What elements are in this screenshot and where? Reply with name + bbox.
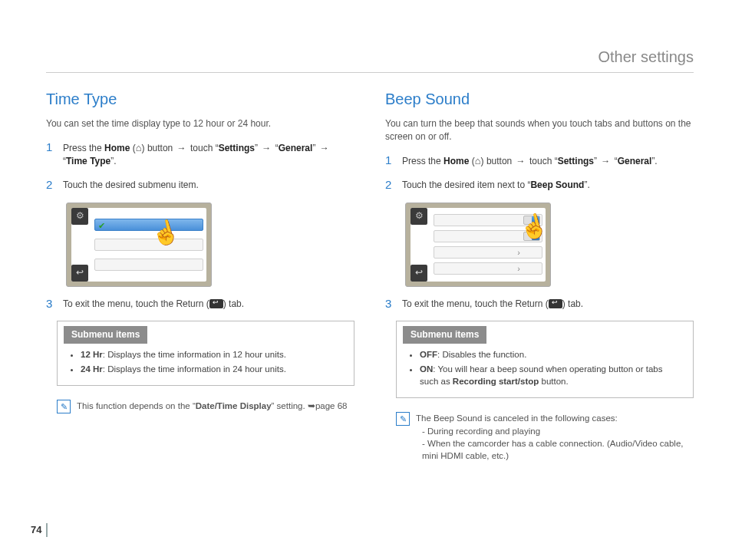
bold-settings: Settings	[558, 156, 594, 166]
bold-home: Home	[104, 143, 130, 153]
home-icon	[136, 143, 142, 153]
menu-row	[94, 239, 203, 251]
step-number: 3	[385, 298, 394, 311]
section-title-beep-sound: Beep Sound	[385, 88, 694, 110]
submenu-item-on: ON: You will hear a beep sound when oper…	[420, 363, 682, 387]
text: ) tab.	[562, 298, 583, 309]
text: ”.	[584, 180, 589, 190]
menu-row: ›	[434, 262, 542, 275]
step-number: 1	[385, 154, 394, 168]
illustration-beep-sound: › › ⚙ ↩ ☝	[405, 203, 551, 287]
toggle-on	[523, 216, 540, 225]
submenu-item-12hr: 12 Hr: Displays the time information in …	[81, 348, 343, 361]
home-icon	[475, 156, 481, 166]
bold-settings: Settings	[219, 143, 255, 153]
note-body: The Beep Sound is canceled in the follow…	[416, 412, 694, 461]
text: The Beep Sound is canceled in the follow…	[416, 412, 694, 424]
screen-return-tab: ↩	[411, 265, 427, 282]
step-body: To exit the menu, touch the Return () ta…	[63, 298, 354, 311]
submenu-item-off: OFF: Disables the function.	[420, 348, 682, 361]
note-icon: ✎	[57, 400, 71, 413]
menu-row	[434, 214, 542, 226]
screen-rows: › ›	[411, 208, 546, 282]
arrow-icon	[260, 143, 272, 153]
text: touch “	[188, 143, 219, 153]
bold: ON	[420, 364, 433, 374]
step-body: Touch the desired submenu item.	[63, 179, 354, 192]
menu-row: ›	[434, 246, 542, 259]
intro-time-type: You can set the time display type to 12 …	[46, 117, 354, 130]
screen-gear-tab: ⚙	[71, 208, 88, 225]
page-header: Other settings	[46, 46, 694, 73]
menu-row	[94, 259, 203, 271]
gear-icon: ⚙	[76, 209, 84, 222]
return-icon	[209, 299, 223, 308]
step-body: Touch the desired item next to “Beep Sou…	[402, 179, 694, 192]
step-body: Press the Home () button touch “Settings…	[63, 141, 354, 168]
return-icon: ↩	[415, 266, 423, 279]
step-1-beep: 1 Press the Home () button touch “Settin…	[385, 154, 694, 168]
step-3-beep: 3 To exit the menu, touch the Return () …	[385, 298, 694, 311]
note-time-type: ✎ This function depends on the “Date/Tim…	[57, 400, 354, 413]
text: Touch the desired item next to “	[402, 180, 530, 190]
bold: Recording start/stop	[453, 377, 539, 386]
return-icon: ↩	[76, 266, 84, 279]
text: Press the	[63, 143, 104, 153]
submenu-body: 12 Hr: Displays the time information in …	[58, 348, 354, 385]
submenu-header: Submenu items	[403, 326, 486, 344]
chevron-right-icon: ›	[517, 247, 520, 259]
text: touch “	[527, 156, 558, 166]
bold: Beep Sound	[530, 180, 584, 190]
check-icon: ✔	[98, 220, 105, 232]
step-number: 2	[385, 179, 394, 192]
submenu-item-24hr: 24 Hr: Displays the time information in …	[81, 363, 343, 375]
toggle-on	[523, 232, 540, 241]
bold: 12 Hr	[81, 350, 103, 359]
bold-general: General	[618, 156, 652, 166]
arrow-icon	[599, 156, 612, 166]
note-beep: ✎ The Beep Sound is canceled in the foll…	[396, 412, 694, 461]
step-number: 1	[46, 141, 55, 168]
note-body: This function depends on the “Date/Time …	[77, 400, 354, 413]
step-number: 2	[46, 179, 55, 192]
bold-general: General	[279, 143, 313, 153]
intro-beep-sound: You can turn the beep that sounds when y…	[385, 117, 694, 143]
note-line: - During recording and playing	[416, 425, 694, 437]
text: To exit the menu, touch the Return (	[402, 298, 549, 309]
text: ”.	[110, 156, 116, 166]
step-2-beep: 2 Touch the desired item next to “Beep S…	[385, 179, 694, 192]
text: ) tab.	[223, 298, 244, 309]
bold: 24 Hr	[81, 364, 103, 374]
note-icon: ✎	[396, 412, 410, 426]
chevron-right-icon: ›	[517, 263, 520, 275]
step-body: To exit the menu, touch the Return () ta…	[402, 298, 694, 311]
text: Press the	[402, 156, 443, 166]
note-line: - When the camcorder has a cable connect…	[416, 437, 694, 462]
text: button.	[539, 377, 568, 386]
submenu-header: Submenu items	[64, 326, 147, 344]
bold: OFF	[420, 350, 437, 359]
text: ”	[312, 143, 318, 153]
submenu-box-time-type: Submenu items 12 Hr: Displays the time i…	[57, 321, 354, 386]
submenu-body: OFF: Disables the function. ON: You will…	[397, 348, 693, 397]
arrow-icon	[515, 156, 527, 166]
page-number: 74	[31, 523, 48, 537]
section-title-time-type: Time Type	[46, 88, 354, 110]
bold-home: Home	[443, 156, 469, 166]
text: button	[484, 156, 515, 166]
column-beep-sound: Beep Sound You can turn the beep that so…	[385, 88, 694, 471]
step-3-time-type: 3 To exit the menu, touch the Return () …	[46, 298, 354, 311]
arrow-icon	[176, 143, 188, 153]
step-1-time-type: 1 Press the Home () button touch “Settin…	[46, 141, 354, 168]
screen-return-tab: ↩	[71, 265, 88, 282]
submenu-box-beep: Submenu items OFF: Disables the function…	[396, 321, 694, 398]
text: : Displays the time information in 12 ho…	[103, 350, 286, 359]
text: : Displays the time information in 24 ho…	[103, 364, 286, 374]
bold-timetype: Time Type	[66, 156, 110, 166]
screen-gear-tab: ⚙	[411, 208, 427, 225]
illustration-time-type: ✔ ⚙ ↩ ☝	[66, 203, 212, 287]
text: ”.	[651, 156, 657, 166]
text: button	[145, 143, 176, 153]
gear-icon: ⚙	[415, 209, 424, 222]
menu-row	[434, 230, 542, 242]
